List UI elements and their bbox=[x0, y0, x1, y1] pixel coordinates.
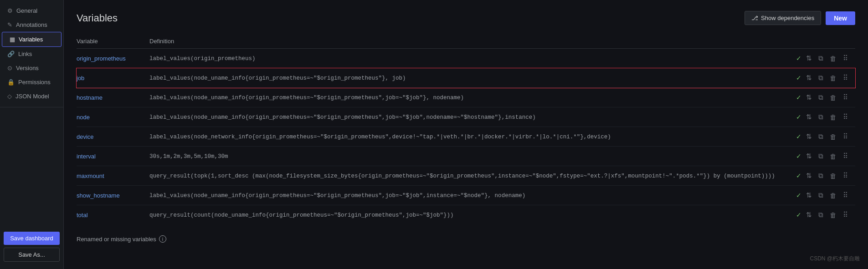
check-icon: ✓ bbox=[796, 55, 801, 62]
drag-icon[interactable]: ⠿ bbox=[841, 171, 850, 181]
sidebar-item-general[interactable]: ⚙ General bbox=[0, 4, 63, 18]
var-def-cell: label_values(node_uname_info{origin_prom… bbox=[149, 68, 796, 88]
sidebar: ⚙ General ✎ Annotations ▦ Variables 🔗 Li… bbox=[0, 0, 64, 269]
delete-icon[interactable]: 🗑 bbox=[828, 73, 838, 83]
table-row: device label_values(node_network_info{or… bbox=[77, 127, 855, 147]
save-as-button[interactable]: Save As... bbox=[4, 248, 60, 262]
sidebar-item-links[interactable]: 🔗 Links bbox=[0, 47, 63, 61]
var-actions-cell: ✓ ⇅ ⧉ 🗑 ⠿ bbox=[796, 88, 855, 107]
var-name-cell: job bbox=[77, 68, 149, 88]
delete-icon[interactable]: 🗑 bbox=[828, 152, 838, 161]
var-actions-cell: ✓ ⇅ ⧉ 🗑 ⠿ bbox=[796, 147, 855, 166]
watermark: CSDN @朽木要自雕 bbox=[810, 255, 860, 263]
new-variable-button[interactable]: New bbox=[826, 11, 855, 25]
sidebar-label-permissions: Permissions bbox=[18, 79, 51, 86]
sidebar-label-variables: Variables bbox=[19, 36, 43, 43]
delete-icon[interactable]: 🗑 bbox=[828, 132, 838, 142]
copy-icon[interactable]: ⧉ bbox=[817, 151, 825, 161]
annotations-icon: ✎ bbox=[7, 21, 12, 28]
sidebar-item-versions[interactable]: ⊙ Versions bbox=[0, 61, 63, 75]
var-definition: label_values(origin_prometheus) bbox=[149, 56, 256, 62]
move-icon[interactable]: ⇅ bbox=[804, 53, 814, 63]
copy-icon[interactable]: ⧉ bbox=[817, 210, 825, 220]
drag-icon[interactable]: ⠿ bbox=[841, 210, 850, 220]
var-name-cell: hostname bbox=[77, 88, 149, 107]
var-name-link[interactable]: interval bbox=[77, 153, 96, 160]
check-icon: ✓ bbox=[796, 113, 801, 121]
var-definition: label_values(node_uname_info{origin_prom… bbox=[149, 75, 406, 81]
row-actions: ✓ ⇅ ⧉ 🗑 ⠿ bbox=[796, 210, 850, 220]
var-name-link[interactable]: hostname bbox=[77, 94, 103, 101]
drag-icon[interactable]: ⠿ bbox=[841, 53, 850, 63]
var-name-link[interactable]: device bbox=[77, 133, 94, 140]
var-name-link[interactable]: show_hostname bbox=[77, 192, 120, 199]
save-dashboard-button[interactable]: Save dashboard bbox=[4, 232, 60, 245]
copy-icon[interactable]: ⧉ bbox=[817, 171, 825, 181]
drag-icon[interactable]: ⠿ bbox=[841, 92, 850, 102]
copy-icon[interactable]: ⧉ bbox=[817, 132, 825, 142]
check-icon: ✓ bbox=[796, 152, 801, 160]
var-def-cell: label_values(origin_prometheus) bbox=[149, 49, 796, 68]
row-actions: ✓ ⇅ ⧉ 🗑 ⠿ bbox=[796, 190, 850, 200]
var-def-cell: label_values(node_uname_info{origin_prom… bbox=[149, 88, 796, 107]
delete-icon[interactable]: 🗑 bbox=[828, 93, 838, 102]
var-definition: query_result(topk(1,sort_desc (max(node_… bbox=[149, 173, 775, 179]
move-icon[interactable]: ⇅ bbox=[804, 190, 814, 200]
delete-icon[interactable]: 🗑 bbox=[828, 191, 838, 200]
var-name-link[interactable]: origin_prometheus bbox=[77, 55, 126, 62]
table-row: hostname label_values(node_uname_info{or… bbox=[77, 88, 855, 107]
drag-icon[interactable]: ⠿ bbox=[841, 112, 850, 122]
sidebar-item-annotations[interactable]: ✎ Annotations bbox=[0, 18, 63, 32]
sidebar-item-variables[interactable]: ▦ Variables bbox=[2, 32, 62, 47]
drag-icon[interactable]: ⠿ bbox=[841, 151, 850, 161]
copy-icon[interactable]: ⧉ bbox=[817, 112, 825, 122]
move-icon[interactable]: ⇅ bbox=[804, 132, 814, 142]
footer-note: Renamed or missing variables i bbox=[77, 235, 855, 243]
table-row: show_hostname label_values(node_uname_in… bbox=[77, 186, 855, 205]
variables-table: Variable Definition origin_prometheus la… bbox=[77, 34, 855, 224]
var-definition: label_values(node_network_info{origin_pr… bbox=[149, 134, 611, 140]
delete-icon[interactable]: 🗑 bbox=[828, 210, 838, 220]
drag-icon[interactable]: ⠿ bbox=[841, 132, 850, 142]
var-actions-cell: ✓ ⇅ ⧉ 🗑 ⠿ bbox=[796, 68, 855, 88]
copy-icon[interactable]: ⧉ bbox=[817, 190, 825, 200]
delete-icon[interactable]: 🗑 bbox=[828, 171, 838, 181]
var-name-cell: total bbox=[77, 205, 149, 225]
sidebar-item-permissions[interactable]: 🔒 Permissions bbox=[0, 75, 63, 89]
move-icon[interactable]: ⇅ bbox=[804, 151, 814, 161]
drag-icon[interactable]: ⠿ bbox=[841, 190, 850, 200]
table-row: interval 30s,1m,2m,3m,5m,10m,30m ✓ ⇅ ⧉ 🗑… bbox=[77, 147, 855, 166]
check-icon: ✓ bbox=[796, 94, 801, 101]
row-actions: ✓ ⇅ ⧉ 🗑 ⠿ bbox=[796, 171, 850, 181]
sidebar-item-json-model[interactable]: ◇ JSON Model bbox=[0, 89, 63, 103]
sidebar-label-annotations: Annotations bbox=[16, 21, 47, 28]
move-icon[interactable]: ⇅ bbox=[804, 210, 814, 220]
copy-icon[interactable]: ⧉ bbox=[817, 73, 825, 83]
move-icon[interactable]: ⇅ bbox=[804, 73, 814, 83]
sidebar-label-links: Links bbox=[18, 51, 32, 57]
sidebar-divider bbox=[0, 107, 63, 107]
delete-icon[interactable]: 🗑 bbox=[828, 54, 838, 63]
col-actions bbox=[796, 34, 855, 49]
move-icon[interactable]: ⇅ bbox=[804, 92, 814, 102]
links-icon: 🔗 bbox=[7, 51, 15, 57]
move-icon[interactable]: ⇅ bbox=[804, 171, 814, 181]
var-name-link[interactable]: total bbox=[77, 212, 88, 218]
copy-icon[interactable]: ⧉ bbox=[817, 53, 825, 63]
var-actions-cell: ✓ ⇅ ⧉ 🗑 ⠿ bbox=[796, 49, 855, 68]
delete-icon[interactable]: 🗑 bbox=[828, 112, 838, 122]
page-header: Variables ⎇ Show dependencies New bbox=[77, 11, 855, 25]
var-name-link[interactable]: node bbox=[77, 114, 90, 121]
permissions-icon: 🔒 bbox=[7, 79, 15, 86]
copy-icon[interactable]: ⧉ bbox=[817, 92, 825, 102]
show-dependencies-button[interactable]: ⎇ Show dependencies bbox=[745, 11, 821, 25]
var-name-link[interactable]: job bbox=[77, 75, 84, 81]
var-name-cell: node bbox=[77, 107, 149, 127]
var-name-link[interactable]: maxmount bbox=[77, 173, 104, 179]
row-actions: ✓ ⇅ ⧉ 🗑 ⠿ bbox=[796, 112, 850, 122]
row-actions: ✓ ⇅ ⧉ 🗑 ⠿ bbox=[796, 73, 850, 83]
drag-icon[interactable]: ⠿ bbox=[841, 73, 850, 83]
page-title: Variables bbox=[77, 12, 118, 24]
var-definition: 30s,1m,2m,3m,5m,10m,30m bbox=[149, 153, 228, 160]
move-icon[interactable]: ⇅ bbox=[804, 112, 814, 122]
